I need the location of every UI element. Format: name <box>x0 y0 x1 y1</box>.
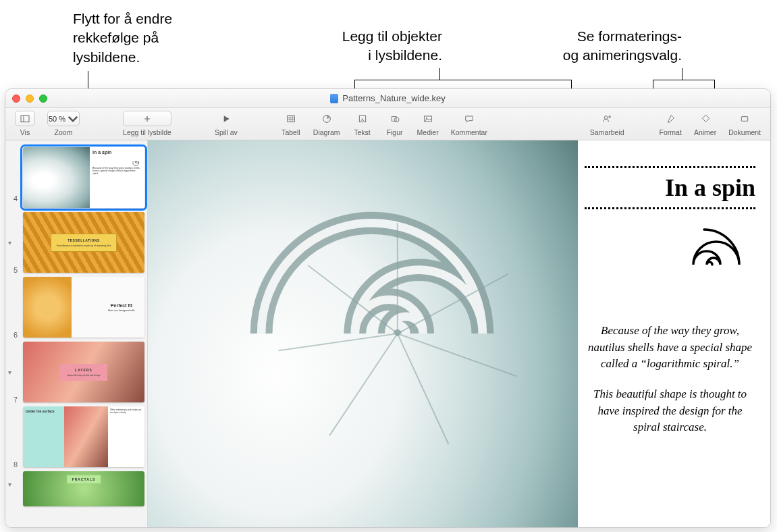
format-button[interactable]: Format <box>655 111 686 136</box>
callout-reorder: Flytt for å endre rekkefølge på lysbilde… <box>73 9 172 67</box>
slide-thumbnail-7[interactable]: LAYERS Layers tell a story of time and c… <box>23 342 144 402</box>
svg-rect-0 <box>21 115 29 122</box>
shape-icon <box>390 113 400 124</box>
slide-number: 4 <box>14 194 18 203</box>
svg-rect-20 <box>702 115 709 122</box>
view-button[interactable]: Vis <box>11 111 39 136</box>
svg-text:A: A <box>360 116 364 121</box>
comment-button[interactable]: Kommentar <box>447 111 491 136</box>
add-slide-button[interactable]: Legg til lysbilde <box>119 111 176 136</box>
tool-label: Diagram <box>313 128 340 136</box>
collaborate-icon <box>601 113 612 124</box>
animate-button[interactable]: Animer <box>690 111 720 136</box>
toolbar: Vis 50 % Zoom Legg til lysbilde Spill av <box>5 108 770 140</box>
disclosure-triangle[interactable]: ▾ <box>8 481 11 488</box>
dotted-rule <box>585 166 755 168</box>
slide-thumbnail-5[interactable]: TESSELLATIONS Tessellations are patterns… <box>23 212 144 273</box>
callout-format-stem <box>682 68 682 80</box>
slide-paragraph-2[interactable]: This beautiful shape is thought to have … <box>585 386 755 436</box>
slide-thumbnail-6[interactable]: Perfect fit Bees use hexagonal cells <box>23 277 144 338</box>
sidebar-layout-icon <box>20 113 30 124</box>
slide-number: 5 <box>14 266 18 274</box>
svg-rect-4 <box>288 115 295 122</box>
table-icon <box>286 113 296 124</box>
thumb-title: FRACTALS <box>67 475 101 483</box>
chart-icon <box>321 113 332 124</box>
slide-image-area <box>148 140 578 527</box>
plus-icon <box>142 113 153 124</box>
svg-line-26 <box>397 334 448 444</box>
tool-label: Figur <box>387 128 403 136</box>
svg-line-27 <box>397 334 516 376</box>
shape-button[interactable]: Figur <box>381 111 409 136</box>
window-title: Patterns_Nature_wide.key <box>342 93 445 103</box>
disclosure-triangle[interactable]: ▾ <box>8 369 11 376</box>
thumb-title: In a spin <box>92 150 142 155</box>
tool-label: Kommentar <box>451 128 487 136</box>
zoom-value: 50 % <box>49 115 65 123</box>
zoom-button[interactable]: 50 % Zoom <box>43 111 84 136</box>
callout-add-objects-bracket <box>354 80 572 89</box>
document-icon <box>739 113 750 124</box>
slide-heading[interactable]: In a spin <box>585 174 755 202</box>
chevron-down-icon <box>68 113 78 124</box>
slide-paragraph-1[interactable]: Because of the way they grow, nautilus s… <box>585 323 755 373</box>
slide-number: 6 <box>14 331 18 339</box>
slide-text-area: In a spin Because of the way they grow, … <box>578 140 770 527</box>
slide-thumbnail-4[interactable]: In a spin Because of the way they grow n… <box>23 147 144 208</box>
comment-icon <box>464 113 475 124</box>
animate-icon <box>700 113 711 124</box>
dotted-rule <box>585 207 755 209</box>
svg-rect-21 <box>741 116 747 121</box>
chart-button[interactable]: Diagram <box>309 111 344 136</box>
spiral-glyph[interactable] <box>585 224 751 305</box>
svg-point-16 <box>605 115 608 119</box>
slide-number: 8 <box>14 460 18 469</box>
tool-label: Vis <box>20 128 30 136</box>
slide-number: 7 <box>14 396 18 404</box>
slide-canvas[interactable]: In a spin Because of the way they grow, … <box>148 140 770 527</box>
maximize-button[interactable] <box>39 95 47 103</box>
thumb-title: TESSELLATIONS <box>57 238 111 242</box>
paintbrush-icon <box>665 113 676 124</box>
tool-label: Format <box>660 128 682 136</box>
media-button[interactable]: Medier <box>413 111 443 136</box>
body: 4 In a spin Because of the way they grow… <box>5 140 770 527</box>
tool-label: Medier <box>417 128 439 136</box>
play-icon <box>221 113 232 124</box>
svg-rect-12 <box>392 116 396 121</box>
callout-format-bracket <box>653 80 715 89</box>
collaborate-button[interactable]: Samarbeid <box>586 111 628 136</box>
tool-label: Spill av <box>215 128 238 136</box>
callout-reorder-text: Flytt for å endre rekkefølge på lysbilde… <box>73 11 172 65</box>
callout-add-objects-stem <box>439 68 440 80</box>
thumb-title: LAYERS <box>67 368 101 372</box>
nautilus-shell-image <box>225 163 570 504</box>
thumb-title: Under the surface <box>26 409 61 413</box>
document-button[interactable]: Dokument <box>724 111 765 136</box>
close-button[interactable] <box>12 95 20 103</box>
table-button[interactable]: Tabell <box>277 111 305 136</box>
thumb-title: Perfect fit <box>101 303 142 308</box>
svg-line-25 <box>329 334 398 435</box>
titlebar: Patterns_Nature_wide.key <box>5 89 770 108</box>
text-icon: A <box>357 113 368 124</box>
tool-label: Tekst <box>354 128 371 136</box>
text-button[interactable]: A Tekst <box>348 111 377 136</box>
tool-label: Tabell <box>282 128 300 136</box>
traffic-lights <box>12 95 47 103</box>
callout-add-objects-text: Legg til objekter i lysbildene. <box>342 28 442 63</box>
slide-navigator[interactable]: 4 In a spin Because of the way they grow… <box>5 140 148 527</box>
play-button[interactable]: Spill av <box>211 111 242 136</box>
callout-format-anim-text: Se formaterings- og animeringsvalg. <box>563 28 682 63</box>
tool-label: Samarbeid <box>590 128 624 136</box>
document-icon <box>330 94 338 103</box>
keynote-window: Patterns_Nature_wide.key Vis 50 % Zoom L… <box>5 88 771 528</box>
tool-label: Zoom <box>55 128 73 136</box>
minimize-button[interactable] <box>26 95 34 103</box>
slide-thumbnail-8[interactable]: Under the surface When sedimentary rock … <box>23 406 144 467</box>
disclosure-triangle[interactable]: ▾ <box>8 239 11 246</box>
tool-label: Legg til lysbilde <box>123 128 171 136</box>
slide-thumbnail-9[interactable]: FRACTALS <box>23 471 144 506</box>
svg-point-13 <box>394 117 399 122</box>
